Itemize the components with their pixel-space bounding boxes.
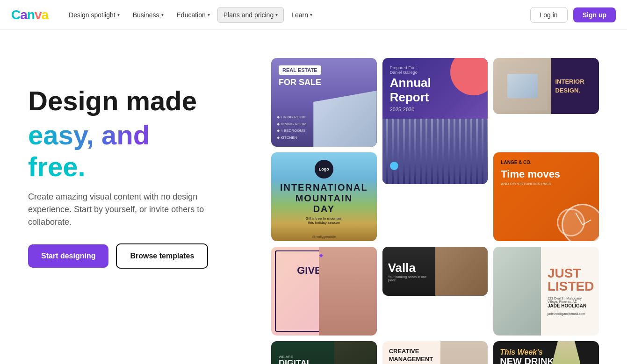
template-card-giveaway[interactable]: ✦ GIVEAWAY bbox=[271, 247, 377, 335]
valla-description: Your banking needs in one place bbox=[388, 275, 431, 282]
navbar: Canva Design spotlight ▾ Business ▾ Educ… bbox=[0, 0, 627, 30]
mountain-logo: Logo bbox=[315, 160, 333, 178]
template-card-real-estate[interactable]: REAL ESTATE FOR SALE ◆ LIVING ROOM◆ DINI… bbox=[271, 58, 377, 147]
real-estate-house-image bbox=[313, 91, 376, 147]
just-listed-photo bbox=[493, 247, 541, 335]
template-card-mountain[interactable]: Logo INTERNATIONALMOUNTAINDAY Gift a tre… bbox=[271, 152, 377, 241]
chevron-down-icon: ▾ bbox=[275, 12, 278, 17]
drinks-title-line1: This Week's bbox=[500, 348, 592, 357]
template-card-annual-report[interactable]: Prepared For :Daniel Gallego AnnualRepor… bbox=[382, 58, 488, 184]
just-listed-address: 123 Oval St. Mahogany Village, Phoenix, … bbox=[548, 297, 592, 303]
annual-city-image bbox=[382, 119, 488, 184]
interior-info: INTERIOR DESIGN. bbox=[551, 58, 599, 114]
interior-design-label: DESIGN. bbox=[555, 86, 595, 95]
template-card-valla[interactable]: Valla Your banking needs in one place bbox=[382, 247, 488, 296]
drinks-image bbox=[552, 341, 580, 364]
login-button[interactable]: Log in bbox=[530, 7, 568, 23]
start-designing-button[interactable]: Start designing bbox=[28, 244, 108, 268]
canva-logo[interactable]: Canva bbox=[11, 7, 48, 22]
template-card-digital-marketing[interactable]: WE ARE DIGITALMARKETINGAGENCY LEARN MORE bbox=[271, 341, 377, 364]
chevron-down-icon: ▾ bbox=[208, 12, 210, 17]
template-grid: REAL ESTATE FOR SALE ◆ LIVING ROOM◆ DINI… bbox=[252, 58, 599, 364]
chevron-down-icon: ▾ bbox=[117, 12, 120, 17]
star-icon: ✦ bbox=[318, 251, 324, 260]
template-card-time[interactable]: LANGE & CO. Time moves AND OPPORTUNITIES… bbox=[493, 152, 599, 241]
interior-photo bbox=[493, 58, 551, 114]
just-listed-agent-info: jade.hooligan@email.com bbox=[548, 312, 592, 315]
valla-name: Valla bbox=[388, 261, 483, 275]
digital-person-shadow bbox=[334, 341, 376, 364]
nav-learn[interactable]: Learn ▾ bbox=[286, 7, 318, 22]
hero-title-line2: easy, and bbox=[28, 120, 252, 151]
browse-templates-button[interactable]: Browse templates bbox=[116, 243, 208, 269]
signup-button[interactable]: Sign up bbox=[573, 7, 616, 22]
mountain-title: INTERNATIONALMOUNTAINDAY bbox=[280, 182, 368, 214]
nav-items: Design spotlight ▾ Business ▾ Education … bbox=[63, 7, 530, 23]
interior-text: INTERIOR DESIGN. bbox=[555, 77, 595, 95]
real-estate-title: FOR SALE bbox=[279, 78, 369, 87]
time-subtitle: AND OPPORTUNITIES PASS bbox=[501, 182, 591, 186]
template-card-creative[interactable]: CREATIVEMANAGEMENTFOR SMALLBUSINESSES Lo… bbox=[382, 341, 488, 364]
time-clock-2 bbox=[557, 208, 585, 236]
real-estate-details: ◆ LIVING ROOM◆ DINING ROOM◆ 4 BEDROOMS◆ … bbox=[277, 114, 306, 141]
hero-subtitle: Create amazing visual content with no de… bbox=[28, 191, 224, 228]
chevron-down-icon: ▾ bbox=[310, 12, 312, 17]
hero-section: Design made easy, and free. Create amazi… bbox=[28, 58, 252, 269]
annual-dot-decoration bbox=[390, 162, 398, 170]
main-content: Design made easy, and free. Create amazi… bbox=[0, 30, 627, 364]
annual-report-year: 2025-2030 bbox=[390, 107, 481, 112]
time-title: Time moves bbox=[501, 169, 591, 180]
template-card-just-listed[interactable]: JUSTLISTED 123 Oval St. Mahogany Village… bbox=[493, 247, 599, 335]
nav-education[interactable]: Education ▾ bbox=[171, 7, 216, 22]
real-estate-badge: REAL ESTATE bbox=[279, 65, 321, 75]
creative-person-photo bbox=[440, 341, 488, 364]
nav-business[interactable]: Business ▾ bbox=[127, 7, 169, 22]
nav-design-spotlight[interactable]: Design spotlight ▾ bbox=[63, 7, 125, 22]
just-listed-title: JUSTLISTED bbox=[548, 267, 592, 293]
mountain-subtitle: Gift a tree to mountainthis holiday seas… bbox=[305, 216, 342, 225]
hero-buttons: Start designing Browse templates bbox=[28, 243, 252, 269]
hero-title-line1: Design made bbox=[28, 86, 252, 116]
template-card-drinks[interactable]: This Week's NEW DRINKS Order Now 20% bbox=[493, 341, 599, 364]
mountain-handle: @reallygreatsite bbox=[312, 235, 336, 238]
hero-title-line3: free. bbox=[28, 150, 252, 183]
time-company: LANGE & CO. bbox=[501, 160, 591, 165]
just-listed-content: JUSTLISTED 123 Oval St. Mahogany Village… bbox=[541, 247, 599, 335]
template-card-interior[interactable]: INTERIOR DESIGN. bbox=[493, 58, 599, 114]
annual-buildings bbox=[382, 119, 488, 184]
nav-plans-pricing[interactable]: Plans and pricing ▾ bbox=[217, 7, 284, 23]
nav-auth: Log in Sign up bbox=[530, 7, 616, 23]
giveaway-person-photo bbox=[319, 247, 377, 335]
chevron-down-icon: ▾ bbox=[161, 12, 164, 17]
interior-title: INTERIOR bbox=[555, 77, 595, 86]
just-listed-agent: JADE HOOLIGAN bbox=[548, 303, 592, 308]
